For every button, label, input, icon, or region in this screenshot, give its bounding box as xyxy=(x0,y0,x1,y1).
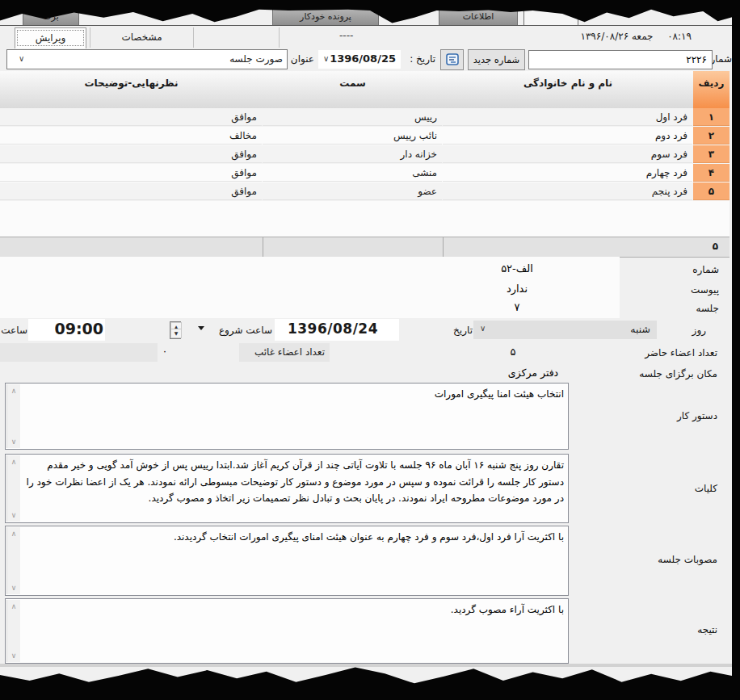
table-row[interactable]: ۳ فرد سوم خزانه دار موافق xyxy=(0,145,729,164)
session-label: جلسه xyxy=(696,303,719,314)
agenda-text: انتخاب هیئت امنا پیگیری امورات xyxy=(25,386,564,403)
chevron-down-icon: ∨ xyxy=(480,324,486,333)
scrollbar-up-icon[interactable]: ∧ xyxy=(7,385,20,396)
today-date: جمعه ۱۳۹۶/۰۸/۲۶ xyxy=(580,31,653,42)
detail-number-value: الف-۵۲ xyxy=(485,262,549,275)
cell-position: رییس xyxy=(263,108,442,126)
cell-position: منشی xyxy=(263,164,442,182)
resolutions-textarea[interactable]: ∧ ∨ با اکثریت آرا فرد اول،فرد سوم و فرد … xyxy=(5,526,569,596)
resolutions-text: با اکثریت آرا فرد اول،فرد سوم و فرد چهار… xyxy=(25,529,564,546)
clock-date: ۰۸:۱۹ جمعه ۱۳۹۶/۰۸/۲۶ xyxy=(580,31,692,42)
result-label: نتیجه xyxy=(697,624,717,635)
table-row[interactable]: ۱ فرد اول رییس موافق xyxy=(0,108,729,127)
table-footer-bar: ۵ xyxy=(0,237,729,258)
location-label: مکان برگزای جلسه xyxy=(639,368,717,379)
cell-row-number: ۱ xyxy=(693,108,729,126)
cell-opinion: موافق xyxy=(0,164,262,182)
column-header-position[interactable]: سمت xyxy=(262,71,443,109)
attachment-label: پیوست xyxy=(691,284,719,296)
day-label: روز xyxy=(692,325,706,336)
scrollbar[interactable]: ∧ ∨ xyxy=(6,455,20,522)
row-count: ۵ xyxy=(713,241,718,252)
cell-position: عضو xyxy=(263,182,442,200)
column-header-label: ردیف xyxy=(699,78,725,89)
cell-name: فرد چهارم xyxy=(443,164,692,182)
footer-divider xyxy=(443,237,444,257)
clock-time: ۰۸:۱۹ xyxy=(667,31,692,42)
number-input[interactable] xyxy=(528,50,713,69)
column-header-name[interactable]: نام و نام خانوادگی xyxy=(442,71,693,109)
footer-divider xyxy=(263,237,263,257)
meeting-date-picker[interactable]: 1396/08/24 xyxy=(275,319,399,341)
bottom-divider xyxy=(0,664,740,667)
separator-dashes: ---- xyxy=(339,30,353,41)
present-count-value: ۵ xyxy=(493,346,533,358)
tab-strip: ویرایش مشخصات ---- ۰۸:۱۹ جمعه ۱۳۹۶/۰۸/۲۶ xyxy=(0,25,740,48)
scrollbar-down-icon[interactable]: ∨ xyxy=(7,509,20,521)
day-combobox-value: شنبه xyxy=(630,323,650,335)
cell-name: فرد سوم xyxy=(443,145,692,163)
cell-opinion: موافق xyxy=(0,145,262,163)
column-header-row[interactable]: ردیف xyxy=(692,71,729,109)
absent-count-value: ۰ xyxy=(158,346,171,357)
scrollbar-down-icon[interactable]: ∨ xyxy=(7,436,20,447)
cell-row-number: ۴ xyxy=(693,164,729,182)
date-label: تاریخ : xyxy=(410,53,435,65)
torn-tab-label: اطلاعات xyxy=(463,11,494,22)
start-time-spinner[interactable]: ▲ ▼ xyxy=(170,321,181,339)
column-header-label: نام و نام خانوادگی xyxy=(523,78,612,89)
scrollbar-down-icon[interactable]: ∨ xyxy=(7,650,20,661)
end-time-label: ساعت اتمام xyxy=(0,325,27,336)
empty-field-box xyxy=(0,343,158,362)
tab-specs[interactable]: مشخصات xyxy=(90,27,194,48)
title-combobox[interactable]: صورت جلسه ∨ xyxy=(6,49,288,69)
meeting-minutes-window: برت پرونده خودکار اطلاعات ویرایش مشخصات … xyxy=(0,0,740,700)
start-time-input[interactable]: 09:00 xyxy=(28,319,105,341)
start-time-label: ساعت شروع xyxy=(219,325,272,336)
cell-row-number: ۲ xyxy=(693,127,729,145)
scrollbar-up-icon[interactable]: ∧ xyxy=(7,601,20,612)
result-text: با اکثریت آراء مصوب گردید. xyxy=(25,601,564,618)
scrollbar-up-icon[interactable]: ∧ xyxy=(7,528,20,539)
location-value: دفتر مرکزی xyxy=(502,367,564,379)
meeting-date-value: 1396/08/24 xyxy=(288,321,378,337)
day-combobox[interactable]: شنبه ∨ xyxy=(473,321,657,339)
scrollbar-down-icon[interactable]: ∨ xyxy=(7,582,20,593)
resolutions-label: مصوبات جلسه xyxy=(658,554,717,565)
date-dropdown-value: 1396/08/25 xyxy=(330,52,396,65)
cell-position: خزانه دار xyxy=(263,145,442,163)
form-list-icon xyxy=(446,53,459,68)
scrollbar[interactable]: ∧ ∨ xyxy=(6,600,20,662)
general-textarea[interactable]: ∧ ∨ تقارن روز پنج شنبه ۱۶ آبان ماه ۹۶ جل… xyxy=(5,454,569,523)
table-row[interactable]: ۴ فرد چهارم منشی موافق xyxy=(0,164,729,182)
chevron-down-icon: ∨ xyxy=(19,54,24,63)
cell-opinion: موافق xyxy=(0,182,262,200)
torn-tab-label: پرونده خودکار xyxy=(300,11,351,22)
cell-name: فرد دوم xyxy=(443,127,692,145)
table-row[interactable]: ۵ فرد پنجم عضو موافق xyxy=(0,182,729,201)
general-label: کلیات xyxy=(695,483,717,494)
attachment-value: ندارد xyxy=(485,283,549,295)
datepicker-arrow-icon xyxy=(198,326,204,330)
cell-name: فرد اول xyxy=(443,108,692,126)
new-number-button[interactable]: شماره جدید xyxy=(468,49,525,70)
title-label: عنوان : xyxy=(284,53,314,65)
scrollbar[interactable]: ∧ ∨ xyxy=(6,384,20,448)
form-list-button[interactable] xyxy=(440,49,464,70)
new-number-label: شماره جدید xyxy=(473,54,519,65)
session-value: ۷ xyxy=(485,301,549,313)
detail-number-label: شماره xyxy=(692,264,719,275)
table-row[interactable]: ۲ فرد دوم نائب رییس مخالف xyxy=(0,127,729,145)
result-textarea[interactable]: ∧ ∨ با اکثریت آراء مصوب گردید. xyxy=(5,598,569,664)
scrollbar-up-icon[interactable]: ∧ xyxy=(7,456,20,467)
spinner-down-icon[interactable]: ▼ xyxy=(170,329,182,338)
column-header-opinion[interactable]: نظرنهایی-توضیحات xyxy=(0,71,263,109)
title-combobox-value: صورت جلسه xyxy=(229,53,283,65)
tab-edit-label: ویرایش xyxy=(36,32,66,44)
cell-row-number: ۵ xyxy=(693,182,729,200)
agenda-textarea[interactable]: ∧ ∨ انتخاب هیئت امنا پیگیری امورات xyxy=(5,383,569,450)
scrollbar[interactable]: ∧ ∨ xyxy=(6,527,20,594)
tab-edit[interactable]: ویرایش xyxy=(15,27,86,48)
torn-edge-bottom xyxy=(0,665,740,700)
date-dropdown[interactable]: 1396/08/25 ∨ xyxy=(318,50,401,69)
